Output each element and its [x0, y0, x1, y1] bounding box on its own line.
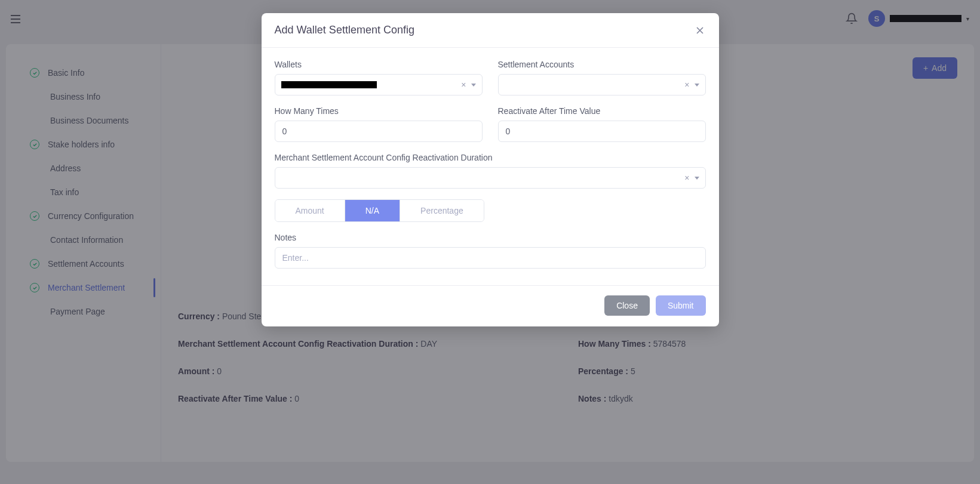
- wallets-selected-redacted: [281, 81, 377, 88]
- duration-label: Merchant Settlement Account Config React…: [275, 153, 706, 162]
- how-many-times-input[interactable]: [275, 121, 483, 142]
- add-wallet-settlement-modal: Add Wallet Settlement Config Wallets ×: [262, 13, 719, 326]
- wallets-label: Wallets: [275, 60, 483, 69]
- duration-select[interactable]: ×: [275, 167, 706, 189]
- caret-down-icon[interactable]: [695, 84, 699, 87]
- close-button[interactable]: Close: [604, 295, 650, 316]
- clear-icon[interactable]: ×: [684, 173, 689, 183]
- close-icon[interactable]: [694, 24, 706, 36]
- clear-icon[interactable]: ×: [461, 80, 466, 90]
- clear-icon[interactable]: ×: [684, 80, 689, 90]
- modal-overlay[interactable]: Add Wallet Settlement Config Wallets ×: [0, 0, 980, 484]
- caret-down-icon[interactable]: [471, 84, 476, 87]
- caret-down-icon[interactable]: [695, 177, 699, 180]
- how-many-times-label: How Many Times: [275, 106, 483, 116]
- submit-button[interactable]: Submit: [656, 295, 706, 316]
- notes-label: Notes: [275, 233, 706, 242]
- type-segmented-control: Amount N/A Percentage: [275, 199, 484, 222]
- modal-footer: Close Submit: [262, 285, 719, 326]
- segment-na[interactable]: N/A: [345, 200, 400, 221]
- settlement-accounts-label: Settlement Accounts: [498, 60, 706, 69]
- settlement-accounts-select[interactable]: ×: [498, 74, 706, 95]
- segment-amount[interactable]: Amount: [275, 200, 345, 221]
- reactivate-after-input[interactable]: [498, 121, 706, 142]
- reactivate-after-label: Reactivate After Time Value: [498, 106, 706, 116]
- modal-header: Add Wallet Settlement Config: [262, 13, 719, 48]
- wallets-select[interactable]: ×: [275, 74, 483, 95]
- segment-percentage[interactable]: Percentage: [400, 200, 484, 221]
- modal-title: Add Wallet Settlement Config: [275, 24, 414, 36]
- notes-input[interactable]: [275, 247, 706, 269]
